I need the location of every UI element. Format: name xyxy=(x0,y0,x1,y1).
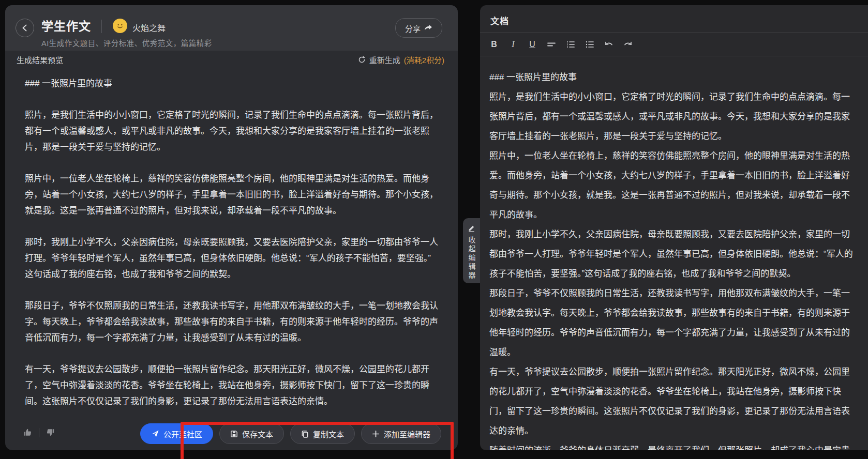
copy-icon xyxy=(301,430,309,438)
essay-heading: ### 一张照片里的故事 xyxy=(25,75,438,91)
editor-panel: 文档 B I U xyxy=(480,5,868,450)
document-editor-content[interactable]: ### 一张照片里的故事 照片，是我们生活中的小小窗口，它定格了时光的瞬间，记录… xyxy=(480,56,868,450)
preview-toolbar: 生成结果预览 重新生成 (消耗2积分) xyxy=(5,51,458,68)
doc-paragraph: 随着时间的流逝，爷爷的身体日渐衰弱，最终离开了我们。但那张照片，却成了我心中最宝… xyxy=(489,441,858,450)
doc-paragraph: 照片中，一位老人坐在轮椅上，慈祥的笑容仿佛能照亮整个房间，他的眼神里满是对生活的… xyxy=(489,146,858,225)
thumbs-down-icon[interactable] xyxy=(46,427,55,437)
vote-divider xyxy=(39,428,39,437)
doc-paragraph: 照片，是我们生活中的小小窗口，它定格了时光的瞬间，记录了我们生命中的点点滴滴。每… xyxy=(489,87,858,146)
save-label: 保存文本 xyxy=(242,429,273,439)
regenerate-label: 重新生成 xyxy=(369,54,400,65)
bold-button[interactable]: B xyxy=(485,37,503,52)
generated-essay-text: ### 一张照片里的故事 照片，是我们生活中的小小窗口，它定格了时光的瞬间，记录… xyxy=(5,68,458,421)
vote-group xyxy=(23,427,55,437)
doc-paragraph: 有一天，爷爷提议去公园散步，顺便拍一张照片留作纪念。那天阳光正好，微风不燥，公园… xyxy=(489,362,858,441)
share-button-label: 分享 xyxy=(405,23,421,34)
arrow-left-icon xyxy=(20,23,29,33)
page-subtitle: AI生成作文题目、评分标准、优秀范文，篇篇精彩 xyxy=(41,37,212,48)
agent-avatar-icon xyxy=(113,19,127,33)
regenerate-button[interactable]: 重新生成 (消耗2积分) xyxy=(358,54,444,65)
publish-label: 公开至社区 xyxy=(163,429,202,439)
result-footer: 公开至社区 保存文本 复制文本 添加至编辑器 xyxy=(5,421,458,450)
header-divider xyxy=(101,20,102,33)
unordered-list-button[interactable] xyxy=(581,37,598,52)
add-to-editor-label: 添加至编辑器 xyxy=(384,429,430,439)
ordered-list-button[interactable] xyxy=(562,37,579,52)
publish-to-community-button[interactable]: 公开至社区 xyxy=(140,423,213,444)
redo-icon xyxy=(623,41,633,48)
action-button-row: 公开至社区 保存文本 复制文本 添加至编辑器 xyxy=(140,423,441,444)
pencil-edit-icon xyxy=(468,224,475,232)
align-button[interactable] xyxy=(543,37,560,52)
undo-icon xyxy=(604,41,613,48)
preview-label: 生成结果预览 xyxy=(17,54,63,65)
ordered-list-icon xyxy=(566,40,575,49)
doc-paragraph: 那时，我刚上小学不久，父亲因病住院，母亲既要照顾我，又要去医院陪护父亲，家里的一… xyxy=(489,225,858,284)
page-title: 学生作文 xyxy=(41,17,91,34)
redo-button[interactable] xyxy=(619,37,637,52)
share-button[interactable]: 分享 xyxy=(395,18,442,38)
left-panel-header: 学生作文 火焰之舞 AI生成作文题目、评分标准、优秀范文，篇篇精彩 分享 xyxy=(5,5,458,51)
doc-heading: ### 一张照片里的故事 xyxy=(489,68,858,87)
essay-paragraph: 照片中，一位老人坐在轮椅上，慈祥的笑容仿佛能照亮整个房间，他的眼神里满是对生活的… xyxy=(25,171,438,219)
essay-paragraph: 那时，我刚上小学不久，父亲因病住院，母亲既要照顾我，又要去医院陪护父亲，家里的一… xyxy=(25,234,438,282)
generation-panel: 学生作文 火焰之舞 AI生成作文题目、评分标准、优秀范文，篇篇精彩 分享 生成结… xyxy=(5,5,458,450)
essay-paragraph: 有一天，爷爷提议去公园散步，顺便拍一张照片留作纪念。那天阳光正好，微风不燥，公园… xyxy=(25,361,438,409)
thumbs-up-icon[interactable] xyxy=(23,427,33,437)
toolbar-divider-top xyxy=(480,32,868,33)
align-icon xyxy=(547,41,556,48)
add-to-editor-button[interactable]: 添加至编辑器 xyxy=(361,423,441,444)
doc-paragraph: 那段日子，爷爷不仅照顾我的日常生活，还教我读书写字，用他那双布满皱纹的大手，一笔… xyxy=(489,284,858,362)
back-button[interactable] xyxy=(16,19,34,37)
paper-plane-icon xyxy=(151,430,159,438)
collapse-editor-label: 收起编辑器 xyxy=(467,236,477,280)
copy-label: 复制文本 xyxy=(313,429,344,439)
copy-text-button[interactable]: 复制文本 xyxy=(290,423,355,444)
underline-button[interactable]: U xyxy=(523,37,541,52)
italic-button[interactable]: I xyxy=(504,37,522,52)
undo-button[interactable] xyxy=(600,37,618,52)
document-title: 文档 xyxy=(490,14,509,27)
collapse-editor-tab[interactable]: 收起编辑器 xyxy=(463,218,480,283)
share-arrow-icon xyxy=(424,24,432,32)
unordered-list-icon xyxy=(585,40,594,49)
essay-paragraph: 照片，是我们生活中的小小窗口，它定格了时光的瞬间，记录了我们生命中的点点滴滴。每… xyxy=(25,107,438,155)
agent-name: 火焰之舞 xyxy=(132,21,166,34)
editor-toolbar: B I U xyxy=(485,34,637,55)
plus-icon xyxy=(372,430,380,438)
refresh-icon xyxy=(358,56,366,64)
save-icon xyxy=(230,430,238,438)
essay-paragraph: 那段日子，爷爷不仅照顾我的日常生活，还教我读书写字，用他那双布满皱纹的大手，一笔… xyxy=(25,298,438,346)
save-text-button[interactable]: 保存文本 xyxy=(219,423,284,444)
regenerate-cost: (消耗2积分) xyxy=(404,54,444,65)
